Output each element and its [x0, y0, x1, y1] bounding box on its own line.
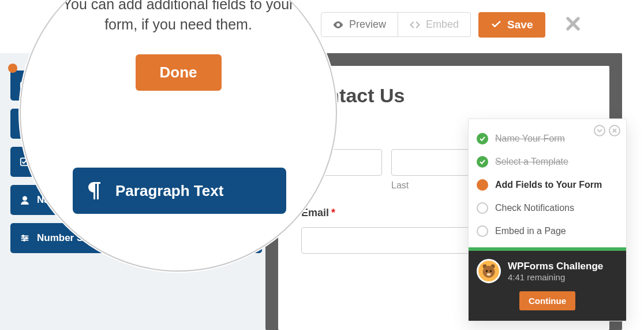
svg-point-16: [487, 273, 491, 276]
required-asterisk: *: [331, 207, 335, 218]
challenge-step: Select a Template: [477, 150, 618, 173]
svg-point-7: [25, 237, 28, 239]
eye-icon: [333, 21, 343, 29]
save-label: Save: [507, 18, 533, 31]
embed-button[interactable]: Embed: [398, 12, 471, 37]
paragraph-icon: [88, 182, 103, 199]
highlighted-paragraph-field[interactable]: Paragraph Text: [73, 168, 286, 214]
challenge-step: Check Notifications: [477, 196, 618, 220]
svg-point-6: [23, 235, 25, 238]
check-circle-icon: [477, 156, 488, 168]
challenge-panel: Name Your FormSelect a TemplateAdd Field…: [468, 118, 627, 321]
toolbar: Preview Embed Save: [321, 9, 644, 40]
preview-button[interactable]: Preview: [321, 12, 398, 37]
embed-label: Embed: [426, 18, 459, 31]
challenge-step: Embed in a Page: [477, 220, 618, 243]
form-title: Contact Us: [301, 84, 586, 107]
current-step-icon: [477, 179, 488, 191]
svg-point-4: [23, 196, 27, 201]
svg-point-15: [490, 270, 492, 272]
challenge-step-label: Add Fields to Your Form: [495, 180, 602, 190]
done-button[interactable]: Done: [136, 54, 222, 91]
tooltip-text: You can add additional fields to your fo…: [53, 0, 304, 35]
tooltip-anchor-dot: [8, 64, 17, 73]
onboarding-tooltip: You can add additional fields to your fo…: [53, 0, 304, 91]
challenge-step-label: Check Notifications: [495, 203, 574, 213]
close-icon: [566, 16, 581, 31]
challenge-step: Add Fields to Your Form: [477, 173, 618, 196]
save-button[interactable]: Save: [478, 12, 545, 38]
chevron-down-icon: [597, 128, 602, 134]
avatar: [477, 259, 501, 283]
close-panel-button[interactable]: [609, 125, 620, 136]
last-sublabel: Last: [391, 180, 472, 191]
close-button[interactable]: [566, 16, 581, 34]
preview-label: Preview: [349, 18, 386, 31]
last-name-input[interactable]: [391, 149, 472, 176]
challenge-remaining: 4:41 remaining: [508, 272, 603, 282]
code-icon: [410, 21, 420, 29]
challenge-step-label: Name Your Form: [495, 134, 565, 144]
empty-circle-icon: [477, 202, 488, 214]
svg-point-13: [483, 266, 495, 278]
challenge-step-label: Embed in a Page: [495, 226, 566, 236]
svg-point-8: [23, 239, 25, 242]
check-icon: [491, 21, 501, 29]
highlighted-field-label: Paragraph Text: [115, 182, 223, 200]
check-circle-icon: [477, 133, 488, 144]
collapse-button[interactable]: [594, 125, 605, 136]
challenge-step-label: Select a Template: [495, 157, 568, 167]
empty-circle-icon: [477, 225, 488, 237]
close-icon: [612, 128, 617, 134]
bear-icon: [481, 263, 497, 279]
continue-button[interactable]: Continue: [519, 291, 575, 310]
email-input[interactable]: [301, 227, 474, 254]
svg-point-14: [486, 270, 488, 272]
challenge-title: WPForms Challenge: [508, 261, 603, 272]
